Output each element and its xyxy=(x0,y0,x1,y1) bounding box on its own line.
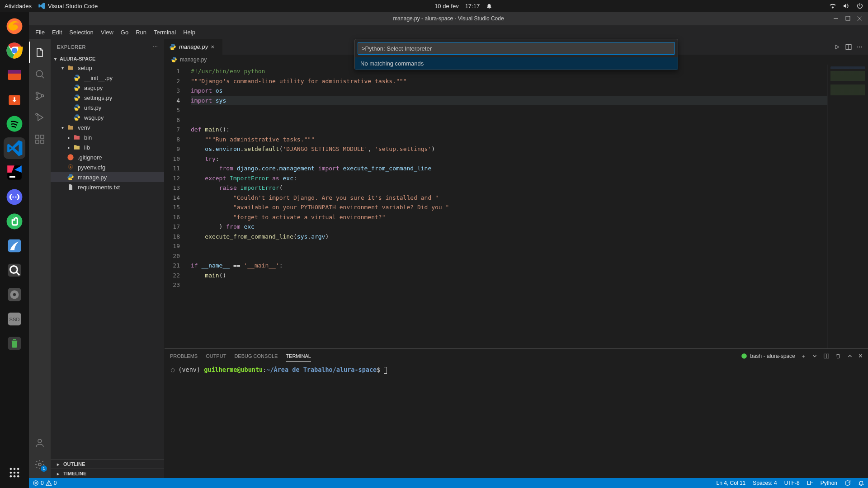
clock[interactable]: 10 de fev 17:17 xyxy=(434,3,492,9)
tree-item-pyvenv-cfg[interactable]: pyvenv.cfg xyxy=(51,162,164,172)
dock-chrome[interactable] xyxy=(4,40,25,61)
tree-item-setup[interactable]: ▾setup xyxy=(51,63,164,73)
dock-ssd[interactable]: SSD xyxy=(4,308,25,330)
menu-help[interactable]: Help xyxy=(179,27,199,38)
minimap[interactable] xyxy=(827,65,868,348)
activity-scm[interactable] xyxy=(29,85,51,107)
dock-intellij[interactable] xyxy=(4,162,25,183)
status-encoding[interactable]: UTF-8 xyxy=(784,480,800,486)
panel-tab-problems[interactable]: PROBLEMS xyxy=(170,351,198,361)
dock-software[interactable] xyxy=(4,89,25,110)
show-apps-button[interactable] xyxy=(4,462,25,483)
tree-item-venv[interactable]: ▾venv xyxy=(51,122,164,132)
menu-run[interactable]: Run xyxy=(132,27,150,38)
timeline-section[interactable]: ▸TIMELINE xyxy=(51,469,164,478)
panel-tab-terminal[interactable]: TERMINAL xyxy=(286,351,311,362)
tree-item-manage-py[interactable]: manage.py xyxy=(51,172,164,182)
split-terminal-icon[interactable] xyxy=(823,353,830,359)
tree-item---init---py[interactable]: __init__.py xyxy=(51,73,164,83)
tree-item-settings-py[interactable]: settings.py xyxy=(51,93,164,103)
status-spaces[interactable]: Spaces: 4 xyxy=(753,480,777,486)
current-app[interactable]: Visual Studio Code xyxy=(38,2,98,9)
svg-point-42 xyxy=(38,463,41,466)
maximize-button[interactable] xyxy=(843,14,854,23)
tree-item--gitignore[interactable]: .gitignore xyxy=(51,152,164,162)
editor-more-icon[interactable]: ⋯ xyxy=(857,43,863,50)
activity-debug[interactable] xyxy=(29,107,51,128)
dock-magnifier[interactable] xyxy=(4,259,25,281)
editor[interactable]: 1234567891011121314151617181920212223 #!… xyxy=(165,65,868,348)
svg-rect-38 xyxy=(36,140,39,143)
tree-item-wsgi-py[interactable]: wsgi.py xyxy=(51,113,164,122)
system-menu[interactable] xyxy=(829,2,863,9)
svg-point-10 xyxy=(7,214,23,230)
svg-point-21 xyxy=(10,468,12,470)
menu-edit[interactable]: Edit xyxy=(48,27,66,38)
feedback-icon[interactable] xyxy=(844,480,851,486)
status-cursor[interactable]: Ln 4, Col 11 xyxy=(717,480,746,486)
close-button[interactable] xyxy=(854,14,865,23)
panel-tab-output[interactable]: OUTPUT xyxy=(206,351,226,361)
panel-tabs: PROBLEMSOUTPUTDEBUG CONSOLETERMINAL bash… xyxy=(165,349,868,363)
menu-go[interactable]: Go xyxy=(117,27,132,38)
dock-files[interactable] xyxy=(4,64,25,86)
activity-account[interactable] xyxy=(29,432,51,454)
tree-item-urls-py[interactable]: urls.py xyxy=(51,103,164,113)
activity-search[interactable] xyxy=(29,63,51,85)
menu-view[interactable]: View xyxy=(97,27,117,38)
dock-spotify[interactable] xyxy=(4,113,25,135)
tree-item-asgi-py[interactable]: asgi.py xyxy=(51,83,164,93)
close-panel-icon[interactable]: × xyxy=(859,352,863,360)
activity-explorer[interactable] xyxy=(29,42,51,63)
command-palette-input-wrap xyxy=(358,42,675,55)
svg-point-25 xyxy=(14,472,16,474)
maximize-panel-icon[interactable] xyxy=(847,353,853,359)
tree-item-bin[interactable]: ▸bin xyxy=(51,132,164,142)
bell-icon[interactable] xyxy=(858,480,864,486)
workspace-root-label: ALURA-SPACE xyxy=(60,56,95,61)
activity-extensions[interactable] xyxy=(29,128,51,150)
svg-rect-4 xyxy=(8,70,21,74)
vscode-window: manage.py - alura-space - Visual Studio … xyxy=(29,12,868,488)
status-errors[interactable]: 0 0 xyxy=(33,480,57,486)
code-content[interactable]: #!/usr/bin/env python"""Django's command… xyxy=(188,65,827,348)
dock-evernote[interactable] xyxy=(4,211,25,232)
dock-discord[interactable] xyxy=(4,186,25,208)
new-terminal-icon[interactable]: ＋ xyxy=(801,352,806,360)
sidebar-more-icon[interactable]: ⋯ xyxy=(153,44,158,50)
svg-rect-40 xyxy=(41,135,44,138)
dock-trash[interactable] xyxy=(4,333,25,354)
outline-section[interactable]: ▸OUTLINE xyxy=(51,459,164,469)
tree-item-lib[interactable]: ▸lib xyxy=(51,142,164,152)
palette-no-results: No matching commands xyxy=(355,57,678,70)
svg-rect-39 xyxy=(41,140,44,143)
close-icon[interactable]: × xyxy=(211,43,218,50)
svg-point-35 xyxy=(42,95,44,97)
svg-point-41 xyxy=(38,439,42,443)
chevron-down-icon[interactable] xyxy=(811,353,818,359)
menubar: FileEditSelectionViewGoRunTerminalHelp xyxy=(29,25,868,39)
menu-selection[interactable]: Selection xyxy=(66,27,97,38)
dock-vscode[interactable] xyxy=(4,137,25,159)
terminal-selector[interactable]: bash - alura-space xyxy=(741,353,795,359)
split-icon[interactable] xyxy=(845,43,852,51)
dock-disks[interactable] xyxy=(4,284,25,305)
trash-icon[interactable] xyxy=(835,353,841,359)
panel-tab-debug-console[interactable]: DEBUG CONSOLE xyxy=(234,351,278,361)
status-lang[interactable]: Python xyxy=(821,480,837,486)
command-palette-input[interactable] xyxy=(362,45,671,52)
menu-file[interactable]: File xyxy=(32,27,48,38)
run-icon[interactable] xyxy=(833,43,840,51)
volume-icon xyxy=(843,2,850,9)
menu-terminal[interactable]: Terminal xyxy=(150,27,179,38)
status-eol[interactable]: LF xyxy=(807,480,813,486)
activities-button[interactable]: Atividades xyxy=(5,3,32,9)
activity-settings[interactable]: 1 xyxy=(29,454,51,475)
tab-manage-py[interactable]: manage.py × xyxy=(165,39,223,55)
minimize-button[interactable] xyxy=(831,14,842,23)
terminal[interactable]: ○ (venv) guilherme@ubuntu:~/Área de Trab… xyxy=(165,363,868,478)
tree-item-requirements-txt[interactable]: requirements.txt xyxy=(51,182,164,192)
dock-firefox[interactable] xyxy=(4,15,25,37)
dock-app1[interactable] xyxy=(4,235,25,257)
workspace-root[interactable]: ▾ ALURA-SPACE xyxy=(51,55,164,63)
